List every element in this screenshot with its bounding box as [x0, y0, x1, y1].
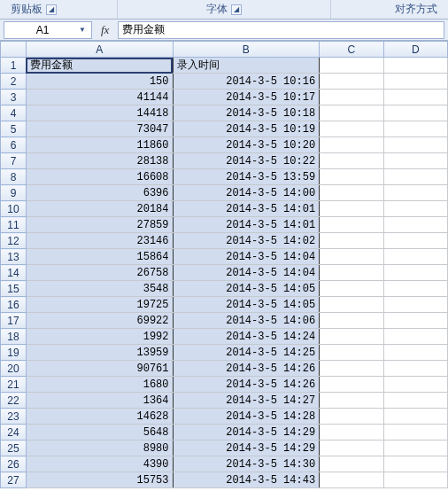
cell-empty[interactable] — [320, 74, 383, 90]
cell-time[interactable]: 2014-3-5 14:00 — [173, 185, 320, 201]
col-header-D[interactable]: D — [383, 42, 447, 58]
cell-empty[interactable] — [383, 329, 447, 345]
cell-amount[interactable]: 28138 — [26, 153, 173, 169]
cell-time[interactable]: 2014-3-5 13:59 — [173, 169, 320, 185]
cell-empty[interactable] — [320, 169, 383, 185]
cell-empty[interactable] — [383, 169, 447, 185]
cell-amount[interactable]: 16608 — [26, 169, 173, 185]
col-header-B[interactable]: B — [173, 42, 320, 58]
cell-empty[interactable] — [383, 361, 447, 377]
cell-empty[interactable] — [383, 233, 447, 249]
cell-empty[interactable] — [383, 393, 447, 409]
cell-amount[interactable]: 90761 — [26, 361, 173, 377]
cell-empty[interactable] — [320, 90, 383, 105]
cell-empty[interactable] — [383, 409, 447, 425]
cell-empty[interactable] — [383, 472, 447, 488]
cell-empty[interactable] — [320, 201, 383, 217]
cell-time[interactable]: 2014-3-5 14:27 — [173, 393, 320, 409]
cell-empty[interactable] — [383, 90, 447, 105]
cell-empty[interactable] — [320, 233, 383, 249]
cell-amount[interactable]: 73047 — [26, 121, 173, 137]
cell-time[interactable]: 2014-3-5 14:06 — [173, 313, 320, 329]
header-cell-amount[interactable]: 费用金额 — [26, 58, 173, 74]
cell-empty[interactable] — [383, 105, 447, 121]
cell-empty[interactable] — [383, 441, 447, 456]
cell-amount[interactable]: 8980 — [26, 441, 173, 456]
cell-empty[interactable] — [383, 217, 447, 233]
row-header[interactable]: 24 — [1, 425, 27, 441]
cell-empty[interactable] — [320, 105, 383, 121]
dialog-launcher-icon[interactable]: ◢ — [231, 4, 242, 15]
cell-empty[interactable] — [320, 425, 383, 441]
cell-empty[interactable] — [383, 58, 447, 74]
cell-time[interactable]: 2014-3-5 14:26 — [173, 361, 320, 377]
cell-empty[interactable] — [383, 249, 447, 265]
cell-empty[interactable] — [383, 297, 447, 313]
cell-time[interactable]: 2014-3-5 10:16 — [173, 74, 320, 90]
cell-empty[interactable] — [320, 313, 383, 329]
row-header[interactable]: 6 — [1, 137, 27, 153]
cell-time[interactable]: 2014-3-5 14:05 — [173, 297, 320, 313]
cell-empty[interactable] — [320, 121, 383, 137]
cell-time[interactable]: 2014-3-5 10:17 — [173, 90, 320, 105]
row-header[interactable]: 17 — [1, 313, 27, 329]
cell-time[interactable]: 2014-3-5 14:01 — [173, 217, 320, 233]
cell-amount[interactable]: 19725 — [26, 297, 173, 313]
cell-time[interactable]: 2014-3-5 14:24 — [173, 329, 320, 345]
formula-input[interactable]: 费用金额 — [118, 21, 444, 39]
cell-time[interactable]: 2014-3-5 14:29 — [173, 441, 320, 456]
row-header[interactable]: 15 — [1, 281, 27, 297]
cell-amount[interactable]: 1992 — [26, 329, 173, 345]
row-header[interactable]: 14 — [1, 265, 27, 281]
cell-time[interactable]: 2014-3-5 10:22 — [173, 153, 320, 169]
row-header[interactable]: 13 — [1, 249, 27, 265]
cell-amount[interactable]: 1680 — [26, 377, 173, 393]
row-header[interactable]: 1 — [1, 58, 27, 74]
name-box[interactable]: A1 ▼ — [4, 21, 92, 39]
cell-amount[interactable]: 41144 — [26, 90, 173, 105]
cell-empty[interactable] — [320, 472, 383, 488]
cell-empty[interactable] — [320, 153, 383, 169]
cell-time[interactable]: 2014-3-5 14:02 — [173, 233, 320, 249]
cell-amount[interactable]: 3548 — [26, 281, 173, 297]
row-header[interactable]: 27 — [1, 472, 27, 488]
cell-empty[interactable] — [320, 361, 383, 377]
cell-empty[interactable] — [383, 345, 447, 361]
cell-empty[interactable] — [320, 441, 383, 456]
cell-amount[interactable]: 14418 — [26, 105, 173, 121]
cell-time[interactable]: 2014-3-5 10:18 — [173, 105, 320, 121]
cell-time[interactable]: 2014-3-5 14:04 — [173, 265, 320, 281]
cell-amount[interactable]: 27859 — [26, 217, 173, 233]
cell-empty[interactable] — [383, 313, 447, 329]
dialog-launcher-icon[interactable]: ◢ — [46, 4, 57, 15]
row-header[interactable]: 4 — [1, 105, 27, 121]
cell-time[interactable]: 2014-3-5 10:20 — [173, 137, 320, 153]
cell-empty[interactable] — [320, 265, 383, 281]
chevron-down-icon[interactable]: ▼ — [77, 23, 88, 37]
cell-empty[interactable] — [320, 58, 383, 74]
cell-empty[interactable] — [383, 185, 447, 201]
cell-time[interactable]: 2014-3-5 14:29 — [173, 425, 320, 441]
cell-empty[interactable] — [320, 249, 383, 265]
row-header[interactable]: 12 — [1, 233, 27, 249]
cell-amount[interactable]: 20184 — [26, 201, 173, 217]
select-all-corner[interactable] — [1, 42, 27, 58]
cell-empty[interactable] — [320, 456, 383, 472]
cell-empty[interactable] — [320, 393, 383, 409]
cell-amount[interactable]: 5648 — [26, 425, 173, 441]
cell-empty[interactable] — [320, 137, 383, 153]
cell-empty[interactable] — [383, 456, 447, 472]
cell-empty[interactable] — [383, 121, 447, 137]
row-header[interactable]: 16 — [1, 297, 27, 313]
cell-time[interactable]: 2014-3-5 14:04 — [173, 249, 320, 265]
cell-time[interactable]: 2014-3-5 14:30 — [173, 456, 320, 472]
row-header[interactable]: 23 — [1, 409, 27, 425]
col-header-A[interactable]: A — [26, 42, 173, 58]
row-header[interactable]: 9 — [1, 185, 27, 201]
cell-empty[interactable] — [320, 185, 383, 201]
col-header-C[interactable]: C — [320, 42, 383, 58]
cell-empty[interactable] — [320, 345, 383, 361]
row-header[interactable]: 25 — [1, 441, 27, 456]
row-header[interactable]: 8 — [1, 169, 27, 185]
cell-amount[interactable]: 4390 — [26, 456, 173, 472]
